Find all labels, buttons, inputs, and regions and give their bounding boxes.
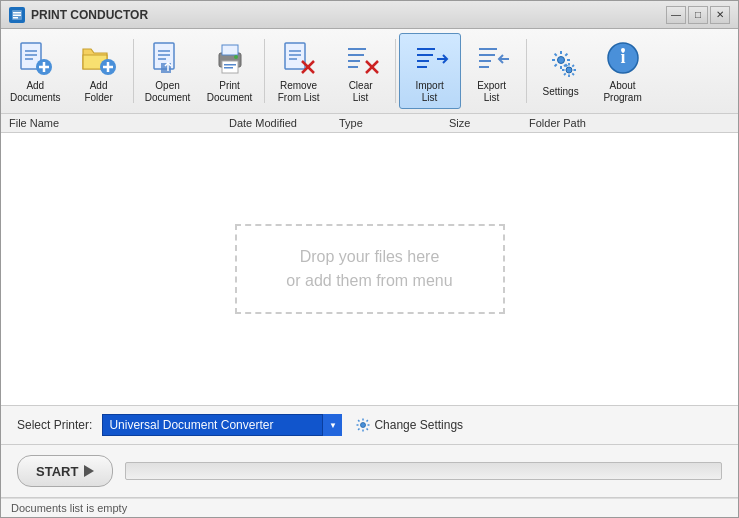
- import-list-label: ImportList: [415, 80, 443, 104]
- about-program-icon: i: [603, 38, 643, 78]
- change-settings-button[interactable]: Change Settings: [352, 416, 467, 434]
- svg-point-24: [234, 55, 238, 59]
- progress-bar: [125, 462, 722, 480]
- add-documents-label: AddDocuments: [10, 80, 61, 104]
- start-label: START: [36, 464, 78, 479]
- status-message: Documents list is empty: [11, 502, 127, 514]
- separator-1: [133, 39, 134, 103]
- status-bar: Documents list is empty: [1, 498, 738, 517]
- print-document-label: PrintDocument: [207, 80, 253, 104]
- add-folder-label: AddFolder: [84, 80, 112, 104]
- svg-rect-1: [13, 12, 21, 14]
- column-date-modified: Date Modified: [229, 117, 339, 129]
- settings-label: Settings: [543, 86, 579, 98]
- clear-list-label: ClearList: [349, 80, 373, 104]
- import-list-button[interactable]: ImportList: [399, 33, 461, 109]
- about-program-label: AboutProgram: [603, 80, 641, 104]
- select-printer-label: Select Printer:: [17, 418, 92, 432]
- maximize-button[interactable]: □: [688, 6, 708, 24]
- main-window: PRINT CONDUCTOR — □ ✕ AddDocuments: [0, 0, 739, 518]
- separator-2: [264, 39, 265, 103]
- column-type: Type: [339, 117, 449, 129]
- separator-3: [395, 39, 396, 103]
- add-folder-icon: [79, 38, 119, 78]
- svg-point-50: [361, 423, 366, 428]
- svg-rect-22: [224, 64, 236, 66]
- svg-rect-25: [285, 43, 305, 69]
- close-button[interactable]: ✕: [710, 6, 730, 24]
- open-document-icon: [148, 38, 188, 78]
- column-filename: File Name: [9, 117, 229, 129]
- export-list-label: ExportList: [477, 80, 506, 104]
- drop-zone-line2: or add them from menu: [286, 269, 452, 293]
- svg-rect-20: [222, 45, 238, 55]
- add-folder-button[interactable]: AddFolder: [68, 33, 130, 109]
- print-document-button[interactable]: PrintDocument: [199, 33, 261, 109]
- svg-rect-3: [13, 17, 18, 19]
- add-documents-button[interactable]: AddDocuments: [3, 33, 68, 109]
- remove-from-list-button[interactable]: RemoveFrom List: [268, 33, 330, 109]
- open-document-button[interactable]: OpenDocument: [137, 33, 199, 109]
- drop-zone-line1: Drop your files here: [300, 245, 440, 269]
- remove-from-list-icon: [279, 38, 319, 78]
- title-bar: PRINT CONDUCTOR — □ ✕: [1, 1, 738, 29]
- column-folder-path: Folder Path: [529, 117, 730, 129]
- print-document-icon: [210, 38, 250, 78]
- separator-4: [526, 39, 527, 103]
- minimize-button[interactable]: —: [666, 6, 686, 24]
- import-list-icon: [410, 38, 450, 78]
- svg-rect-23: [224, 67, 233, 69]
- printer-select[interactable]: Universal Document Converter: [102, 414, 342, 436]
- gear-icon: [356, 418, 370, 432]
- window-controls: — □ ✕: [666, 6, 730, 24]
- open-document-label: OpenDocument: [145, 80, 191, 104]
- change-settings-label: Change Settings: [374, 418, 463, 432]
- clear-list-icon: [341, 38, 381, 78]
- settings-button[interactable]: Settings: [530, 33, 592, 109]
- start-bar: START: [1, 445, 738, 498]
- svg-point-45: [557, 57, 564, 64]
- column-size: Size: [449, 117, 529, 129]
- svg-point-46: [566, 67, 572, 73]
- drop-zone[interactable]: Drop your files here or add them from me…: [235, 224, 505, 314]
- play-icon: [84, 465, 94, 477]
- svg-point-49: [621, 48, 625, 52]
- remove-from-list-label: RemoveFrom List: [278, 80, 320, 104]
- about-program-button[interactable]: i AboutProgram: [592, 33, 654, 109]
- export-list-icon: [472, 38, 512, 78]
- printer-bar: Select Printer: Universal Document Conve…: [1, 406, 738, 445]
- start-button[interactable]: START: [17, 455, 113, 487]
- file-list-area: Drop your files here or add them from me…: [1, 133, 738, 406]
- window-title: PRINT CONDUCTOR: [31, 8, 666, 22]
- printer-select-wrapper: Universal Document Converter ▼: [102, 414, 342, 436]
- app-icon: [9, 7, 25, 23]
- export-list-button[interactable]: ExportList: [461, 33, 523, 109]
- toolbar: AddDocuments AddFolder: [1, 29, 738, 114]
- settings-icon: [541, 44, 581, 84]
- svg-rect-2: [13, 14, 21, 16]
- add-documents-icon: [15, 38, 55, 78]
- clear-list-button[interactable]: ClearList: [330, 33, 392, 109]
- file-list-header: File Name Date Modified Type Size Folder…: [1, 114, 738, 133]
